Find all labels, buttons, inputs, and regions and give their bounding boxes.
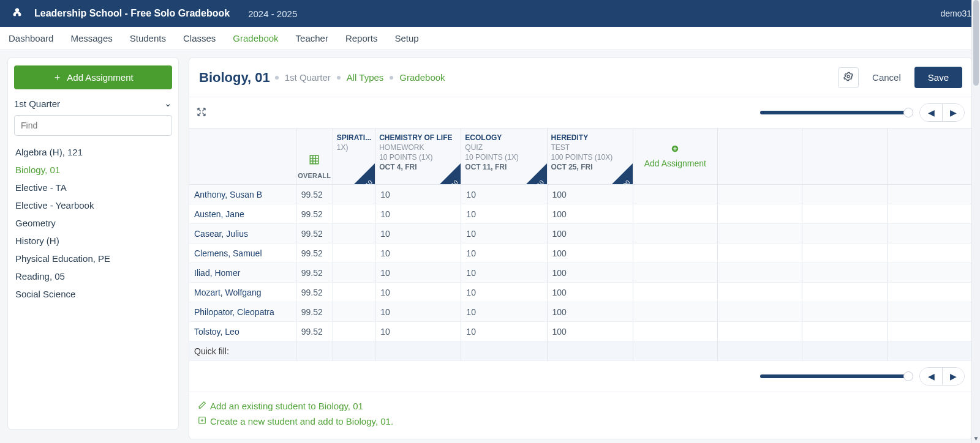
arrow-right-button[interactable]: ▶ — [942, 104, 964, 121]
class-item[interactable]: History (H) — [14, 232, 172, 250]
score-cell[interactable] — [333, 263, 375, 283]
slider-thumb[interactable] — [903, 371, 913, 381]
column-header[interactable] — [189, 128, 296, 185]
column-header[interactable]: CHEMISTRY OF LIFEHOMEWORK10 POINTS (1X)O… — [375, 128, 461, 185]
score-cell[interactable]: 100 — [548, 224, 633, 244]
add-existing-student-link[interactable]: Add an existing student to Biology, 01 — [198, 398, 963, 414]
overall-header[interactable]: OVERALL — [296, 128, 333, 185]
horizontal-scroll-slider[interactable] — [760, 111, 913, 114]
score-cell[interactable]: 10 — [375, 224, 461, 244]
score-cell[interactable]: 10 — [461, 263, 547, 283]
quick-fill-cell[interactable] — [375, 341, 461, 361]
score-cell[interactable] — [333, 322, 375, 341]
breadcrumb-view[interactable]: Gradebook — [399, 72, 445, 83]
quick-fill-cell[interactable] — [333, 341, 375, 361]
horizontal-scroll-slider-bottom[interactable] — [760, 374, 913, 378]
nav-item-teacher[interactable]: Teacher — [296, 33, 328, 43]
assignment-type: QUIZ — [465, 143, 543, 152]
score-cell[interactable]: 10 — [461, 224, 547, 244]
score-cell[interactable]: 10 — [461, 283, 547, 302]
create-new-student-link[interactable]: Create a new student and add to Biology,… — [198, 414, 963, 429]
user-label[interactable]: demo31 — [940, 9, 971, 18]
score-cell[interactable] — [333, 244, 375, 263]
score-cell[interactable]: 10 — [375, 185, 461, 204]
slider-thumb[interactable] — [903, 108, 913, 117]
score-cell[interactable]: 100 — [548, 322, 633, 341]
score-cell[interactable]: 100 — [548, 204, 633, 224]
class-item[interactable]: Elective - TA — [14, 179, 172, 196]
score-cell[interactable]: 10 — [461, 322, 547, 341]
student-name-cell[interactable]: Iliad, Homer — [189, 263, 296, 283]
class-item[interactable]: Reading, 05 — [14, 267, 172, 285]
class-item[interactable]: Physical Education, PE — [14, 250, 172, 267]
column-header[interactable] — [802, 128, 887, 185]
student-name-cell[interactable]: Clemens, Samuel — [189, 244, 296, 263]
class-item[interactable]: Algebra (H), 121 — [14, 143, 172, 161]
scrollbar-thumb[interactable] — [973, 0, 979, 86]
find-input[interactable] — [14, 115, 172, 136]
class-item[interactable]: Biology, 01 — [14, 161, 172, 179]
column-header[interactable]: SPIRATI...1X)10 — [333, 128, 375, 185]
quick-fill-cell[interactable] — [461, 341, 547, 361]
score-cell[interactable]: 10 — [461, 204, 547, 224]
add-assignment-button[interactable]: ＋ Add Assignment — [14, 65, 172, 89]
nav-item-dashboard[interactable]: Dashboard — [9, 33, 53, 43]
arrow-right-button[interactable]: ▶ — [942, 368, 964, 385]
score-cell[interactable]: 10 — [461, 185, 547, 204]
page-scrollbar[interactable]: ▼ — [971, 0, 980, 443]
class-item[interactable]: Elective - Yearbook — [14, 196, 172, 214]
column-header[interactable]: HEREDITYTEST100 POINTS (10X)OCT 25, FRI1… — [548, 128, 633, 185]
student-name-cell[interactable]: Tolstoy, Leo — [189, 322, 296, 341]
add-assignment-column[interactable]: Add Assignment — [633, 128, 718, 185]
quick-fill-cell[interactable] — [548, 341, 633, 361]
nav-item-reports[interactable]: Reports — [345, 33, 378, 43]
student-name-cell[interactable]: Austen, Jane — [189, 204, 296, 224]
quarter-selector[interactable]: 1st Quarter ⌄ — [14, 98, 172, 109]
score-cell[interactable] — [333, 224, 375, 244]
nav-item-setup[interactable]: Setup — [394, 33, 418, 43]
quick-fill-cell — [802, 341, 887, 361]
score-cell[interactable]: 10 — [375, 204, 461, 224]
expand-icon[interactable] — [197, 107, 206, 119]
overall-cell: 99.52 — [296, 224, 333, 244]
save-button[interactable]: Save — [914, 67, 962, 88]
class-item[interactable]: Social Science — [14, 285, 172, 303]
nav-item-classes[interactable]: Classes — [183, 33, 216, 43]
score-cell[interactable]: 100 — [548, 185, 633, 204]
arrow-left-button[interactable]: ◀ — [920, 104, 942, 121]
score-cell[interactable]: 100 — [548, 244, 633, 263]
score-cell[interactable]: 10 — [375, 302, 461, 322]
score-cell[interactable]: 100 — [548, 263, 633, 283]
breadcrumb-quarter[interactable]: 1st Quarter — [285, 72, 331, 83]
score-cell[interactable]: 10 — [461, 302, 547, 322]
column-header[interactable] — [888, 128, 972, 185]
nav-item-gradebook[interactable]: Gradebook — [233, 33, 278, 43]
assignment-title: HEREDITY — [551, 133, 629, 142]
score-cell[interactable]: 10 — [375, 263, 461, 283]
score-cell[interactable]: 100 — [548, 283, 633, 302]
scrollbar-down-arrow[interactable]: ▼ — [972, 433, 980, 443]
student-name-cell[interactable]: Mozart, Wolfgang — [189, 283, 296, 302]
score-cell[interactable]: 10 — [375, 322, 461, 341]
score-cell[interactable] — [333, 283, 375, 302]
cancel-button[interactable]: Cancel — [865, 67, 908, 87]
student-name-cell[interactable]: Anthony, Susan B — [189, 185, 296, 204]
quick-fill-cell[interactable] — [296, 341, 333, 361]
score-cell[interactable]: 10 — [461, 244, 547, 263]
arrow-left-button[interactable]: ◀ — [920, 368, 942, 385]
settings-button[interactable] — [838, 67, 859, 88]
student-name-cell[interactable]: Philopator, Cleopatra — [189, 302, 296, 322]
score-cell[interactable] — [333, 204, 375, 224]
score-cell[interactable]: 10 — [375, 283, 461, 302]
score-cell[interactable] — [333, 302, 375, 322]
score-cell[interactable]: 100 — [548, 302, 633, 322]
column-header[interactable]: ECOLOGYQUIZ10 POINTS (1X)OCT 11, FRI10 — [461, 128, 547, 185]
nav-item-messages[interactable]: Messages — [70, 33, 112, 43]
nav-item-students[interactable]: Students — [130, 33, 166, 43]
score-cell[interactable]: 10 — [375, 244, 461, 263]
student-name-cell[interactable]: Casear, Julius — [189, 224, 296, 244]
column-header[interactable] — [718, 128, 802, 185]
empty-cell — [888, 244, 972, 263]
class-item[interactable]: Geometry — [14, 214, 172, 232]
breadcrumb-types[interactable]: All Types — [347, 72, 384, 83]
